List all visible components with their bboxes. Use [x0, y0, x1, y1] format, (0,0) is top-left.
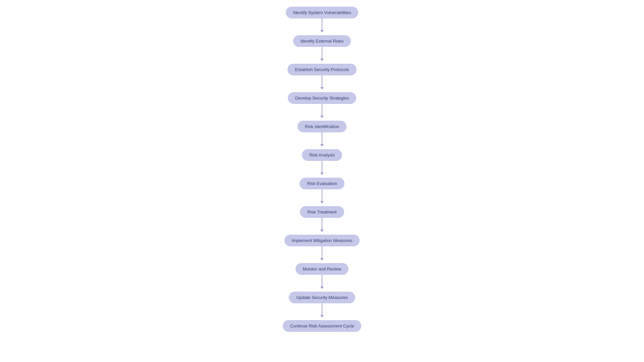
node-12[interactable]: Continue Risk Assessment Cycle — [283, 320, 362, 332]
connector-arrow — [320, 104, 324, 121]
flow-diagram: Identify System VulnerabilitiesIdentify … — [0, 0, 644, 339]
node-9[interactable]: Implement Mitigation Measures — [284, 235, 360, 246]
connector-arrow — [320, 132, 324, 149]
node-1[interactable]: Identify System Vulnerabilities — [286, 7, 359, 18]
node-2[interactable]: Identify External Risks — [293, 35, 351, 47]
connector-arrow — [320, 75, 324, 92]
node-7[interactable]: Risk Evaluation — [300, 178, 344, 189]
node-4[interactable]: Develop Security Strategies — [288, 92, 356, 104]
connector-arrow — [320, 246, 324, 263]
node-11[interactable]: Update Security Measures — [289, 292, 355, 303]
connector-arrow — [320, 275, 324, 292]
connector-arrow — [320, 18, 324, 35]
connector-arrow — [320, 218, 324, 235]
connector-arrow — [320, 47, 324, 64]
connector-arrow — [320, 303, 324, 320]
node-5[interactable]: Risk Identification — [298, 121, 346, 132]
node-3[interactable]: Establish Security Protocols — [287, 64, 356, 75]
node-10[interactable]: Monitor and Review — [296, 263, 349, 275]
node-6[interactable]: Risk Analysis — [302, 149, 342, 161]
node-8[interactable]: Risk Treatment — [300, 206, 344, 218]
connector-arrow — [320, 161, 324, 178]
connector-arrow — [320, 189, 324, 206]
